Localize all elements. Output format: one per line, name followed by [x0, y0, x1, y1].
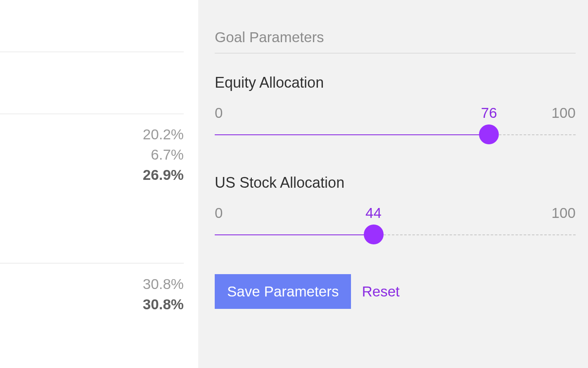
us-stock-allocation-slider[interactable]: [215, 225, 576, 245]
slider-label: US Stock Allocation: [215, 174, 576, 191]
allocation-group-2: 30.8% 30.8%: [143, 274, 184, 314]
percent-total: 30.8%: [143, 294, 184, 314]
divider: [0, 114, 184, 114]
slider-fill: [215, 134, 489, 135]
percent-total: 26.9%: [143, 165, 184, 185]
slider-max: 100: [552, 105, 576, 121]
slider-thumb[interactable]: [364, 225, 384, 244]
equity-allocation-slider-group: Equity Allocation 0 76 100: [215, 74, 576, 145]
allocation-group-1: 20.2% 6.7% 26.9%: [143, 124, 184, 185]
save-parameters-button[interactable]: Save Parameters: [215, 274, 351, 309]
slider-value: 76: [481, 105, 497, 121]
right-panel: Goal Parameters Equity Allocation 0 76 1…: [198, 0, 588, 368]
reset-button[interactable]: Reset: [362, 283, 399, 300]
slider-header: 0 44 100: [215, 205, 576, 223]
slider-header: 0 76 100: [215, 105, 576, 123]
section-title: Goal Parameters: [215, 29, 576, 53]
left-panel: 20.2% 6.7% 26.9% 30.8% 30.8%: [0, 0, 198, 368]
divider: [0, 52, 184, 52]
equity-allocation-slider[interactable]: [215, 125, 576, 145]
percent-value: 20.2%: [143, 124, 184, 144]
slider-label: Equity Allocation: [215, 74, 576, 91]
divider: [0, 263, 184, 263]
slider-fill: [215, 234, 374, 235]
percent-value: 6.7%: [143, 144, 184, 165]
slider-max: 100: [552, 205, 576, 221]
slider-value: 44: [365, 205, 382, 221]
slider-thumb[interactable]: [479, 124, 499, 144]
slider-min: 0: [215, 205, 223, 221]
us-stock-allocation-slider-group: US Stock Allocation 0 44 100: [215, 174, 576, 245]
button-row: Save Parameters Reset: [215, 274, 576, 309]
slider-min: 0: [215, 105, 223, 121]
percent-value: 30.8%: [143, 274, 184, 294]
